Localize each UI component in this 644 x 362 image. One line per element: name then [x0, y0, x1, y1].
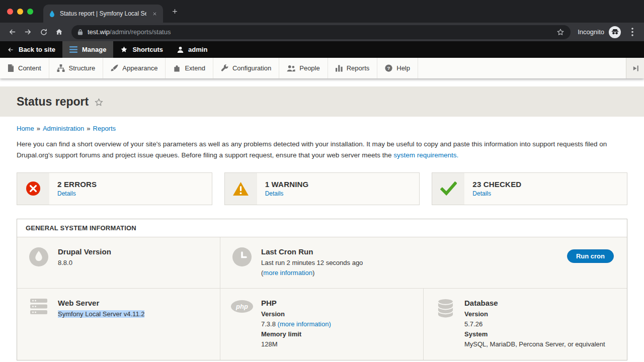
menu-item-label: People — [299, 64, 319, 72]
intro-text: Here you can find a short overview of yo… — [17, 140, 607, 159]
collapse-toolbar-icon — [632, 65, 638, 71]
back-button[interactable] — [5, 25, 20, 39]
breadcrumb-link-reports[interactable]: Reports — [93, 125, 116, 132]
home-button[interactable] — [52, 25, 66, 39]
content-icon — [8, 64, 14, 72]
cron-more-info: (more information) — [261, 268, 363, 278]
menu-item-structure[interactable]: Structure — [49, 58, 104, 78]
php-memory-label: Memory limit — [261, 329, 331, 339]
minimize-window-button[interactable] — [17, 9, 23, 15]
favorite-star-icon[interactable] — [94, 98, 104, 107]
breadcrumb-separator: » — [87, 125, 90, 132]
help-icon: ? — [385, 64, 392, 72]
php-title: PHP — [261, 299, 331, 307]
php-icon: php — [231, 299, 253, 350]
paren: ) — [312, 269, 314, 277]
php-memory-value: 128M — [261, 339, 331, 349]
drupal-icon — [28, 247, 50, 278]
system-requirements-link[interactable]: system requirements. — [393, 151, 458, 159]
drupal-version-value: 8.8.0 — [58, 258, 111, 268]
breadcrumb-link-home[interactable]: Home — [17, 125, 34, 132]
database-title: Database — [464, 299, 605, 307]
tab-close-icon[interactable] — [150, 10, 159, 18]
menu-bar-spacer — [418, 58, 626, 78]
system-info-grid: Drupal Version 8.8.0 Last Cron Run Last … — [17, 237, 627, 360]
database-text: Database Version 5.7.26 System MySQL, Ma… — [464, 299, 605, 350]
browser-tab[interactable]: Status report | Symfony Local Se — [43, 5, 163, 23]
forward-button[interactable] — [21, 25, 35, 39]
database-cell: Database Version 5.7.26 System MySQL, Ma… — [424, 288, 627, 360]
php-more-information-link[interactable]: (more information) — [278, 320, 331, 328]
errors-card-body: 2 ERRORS Details — [49, 173, 105, 205]
menu-item-label: Help — [396, 64, 410, 72]
maximize-window-button[interactable] — [27, 9, 33, 15]
breadcrumb-separator: » — [37, 125, 40, 132]
php-version-label: Version — [261, 309, 331, 319]
people-icon — [287, 65, 295, 72]
menu-item-label: Structure — [69, 64, 96, 72]
menu-item-extend[interactable]: Extend — [166, 58, 213, 78]
appearance-icon — [111, 64, 118, 72]
page-header: Status report — [0, 86, 644, 117]
lock-icon — [77, 29, 83, 35]
drupal-version-text: Drupal Version 8.8.0 — [58, 247, 111, 278]
user-menu-button[interactable]: admin — [170, 41, 214, 58]
back-to-site-button[interactable]: Back to site — [0, 41, 62, 58]
php-text: PHP Version 7.3.8 (more information) Mem… — [261, 299, 331, 350]
admin-menu-bar: Content Structure Appearance Extend Conf… — [0, 58, 644, 78]
breadcrumb-link-administration[interactable]: Administration — [43, 125, 84, 132]
menu-item-appearance[interactable]: Appearance — [103, 58, 166, 78]
manage-button[interactable]: Manage — [62, 41, 113, 58]
checked-card: 23 CHECKED Details — [432, 172, 627, 205]
reports-icon — [336, 65, 343, 72]
menu-item-label: Appearance — [122, 64, 157, 72]
back-to-site-label: Back to site — [19, 46, 55, 53]
run-cron-button[interactable]: Run cron — [567, 249, 614, 263]
new-tab-button[interactable] — [167, 4, 182, 19]
close-window-button[interactable] — [7, 9, 13, 15]
menu-item-help[interactable]: ? Help — [377, 58, 418, 78]
warnings-count: 1 WARNING — [265, 180, 309, 189]
url-host: test.wip — [88, 28, 110, 36]
checkmark-icon — [432, 173, 464, 205]
cron-status: Last run 2 minutes 12 seconds ago — [261, 258, 363, 268]
menu-item-label: Content — [18, 64, 41, 72]
web-server-value: Symfony Local Server v4.11.2 — [58, 310, 144, 318]
database-system-value: MySQL, MariaDB, Percona Server, or equiv… — [464, 339, 605, 349]
php-version-line: 7.3.8 (more information) — [261, 319, 331, 329]
menu-item-configuration[interactable]: Configuration — [213, 58, 279, 78]
drupal-version-cell: Drupal Version 8.8.0 — [17, 237, 220, 288]
status-summary-cards: 2 ERRORS Details 1 WARNING Details 23 — [17, 172, 627, 205]
address-bar[interactable]: test.wip/admin/reports/status — [71, 25, 571, 39]
last-cron-run-text: Last Cron Run Last run 2 minutes 12 seco… — [261, 247, 363, 278]
errors-details-link[interactable]: Details — [57, 190, 97, 197]
cron-more-information-link[interactable]: more information — [263, 269, 312, 277]
browser-window: Status report | Symfony Local Se test.wi… — [0, 0, 644, 362]
url-text: test.wip/admin/reports/status — [88, 28, 171, 36]
configuration-icon — [221, 64, 228, 72]
checked-card-body: 23 CHECKED Details — [464, 173, 529, 205]
last-cron-run-title: Last Cron Run — [261, 247, 363, 256]
reload-button[interactable] — [36, 25, 51, 39]
intro-paragraph: Here you can find a short overview of yo… — [17, 139, 627, 161]
main-content: Home»Administration»Reports Here you can… — [0, 117, 644, 362]
breadcrumb: Home»Administration»Reports — [17, 125, 627, 132]
shortcuts-button[interactable]: Shortcuts — [113, 41, 170, 58]
checked-details-link[interactable]: Details — [472, 190, 521, 197]
browser-menu-icon[interactable] — [626, 28, 639, 36]
checked-count: 23 CHECKED — [472, 180, 521, 189]
menu-item-people[interactable]: People — [279, 58, 328, 78]
drupal-version-title: Drupal Version — [58, 247, 111, 256]
shortcuts-label: Shortcuts — [132, 46, 163, 53]
menu-item-content[interactable]: Content — [0, 58, 49, 78]
tab-title: Status report | Symfony Local Se — [60, 10, 146, 17]
section-title: GENERAL SYSTEM INFORMATION — [17, 219, 627, 237]
page-title: Status report — [17, 95, 89, 109]
toolbar-orientation-toggle[interactable] — [626, 58, 644, 78]
svg-text:?: ? — [387, 65, 390, 71]
warnings-details-link[interactable]: Details — [265, 190, 309, 197]
menu-item-reports[interactable]: Reports — [328, 58, 378, 78]
structure-icon — [57, 64, 65, 72]
bookmark-star-icon[interactable] — [556, 28, 565, 36]
last-cron-run-cell: Last Cron Run Last run 2 minutes 12 seco… — [220, 237, 627, 288]
